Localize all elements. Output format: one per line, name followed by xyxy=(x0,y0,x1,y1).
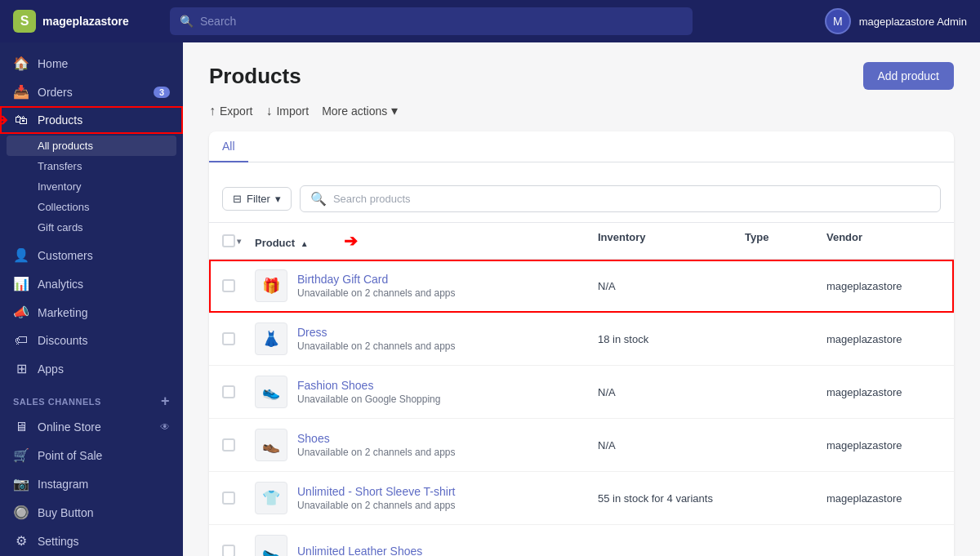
orders-icon: 📥 xyxy=(13,84,29,100)
products-icon: 🛍 xyxy=(13,113,29,127)
product-thumbnail: 🥿 xyxy=(255,535,287,556)
inventory-cell: 18 in stock xyxy=(598,333,745,345)
add-product-button[interactable]: Add product xyxy=(863,62,955,90)
sidebar-item-customers[interactable]: 👤 Customers xyxy=(0,241,183,269)
row-checkbox[interactable] xyxy=(222,545,255,556)
sidebar-item-orders[interactable]: 📥 Orders 3 xyxy=(0,78,183,106)
sidebar-item-apps[interactable]: ⊞ Apps xyxy=(0,354,183,383)
vendor-cell: mageplazastore xyxy=(826,333,941,345)
avatar: M xyxy=(825,8,851,34)
sidebar-item-label: Customers xyxy=(38,249,93,262)
user-menu[interactable]: M mageplazastore Admin xyxy=(825,8,967,34)
inventory-cell: N/A xyxy=(598,386,745,398)
sidebar-item-settings[interactable]: ⚙ Settings xyxy=(0,527,183,555)
submenu-item-all-products[interactable]: All products xyxy=(7,136,176,156)
product-info: Unlimited - Short Sleeve T-shirt Unavail… xyxy=(297,485,455,511)
vendor-column-header: Vendor xyxy=(826,231,941,251)
table-row[interactable]: 👟 Fashion Shoes Unavailable on Google Sh… xyxy=(209,366,954,419)
table-row[interactable]: 🥿 Unlimited Leather Shoes xyxy=(209,525,954,556)
global-search-bar[interactable]: 🔍 xyxy=(170,7,693,35)
submenu-item-collections[interactable]: Collections xyxy=(0,197,183,217)
sidebar-item-label: Orders xyxy=(38,86,73,99)
row-checkbox[interactable] xyxy=(222,332,255,345)
filter-button[interactable]: ⊟ Filter ▾ xyxy=(222,187,292,211)
table-row[interactable]: 👕 Unlimited - Short Sleeve T-shirt Unava… xyxy=(209,472,954,525)
sidebar-item-label: Apps xyxy=(38,363,64,376)
product-subtitle: Unavailable on Google Shopping xyxy=(297,394,440,405)
checkbox-caret-icon[interactable]: ▾ xyxy=(237,237,241,246)
orders-badge: 3 xyxy=(154,87,170,98)
product-info: Fashion Shoes Unavailable on Google Shop… xyxy=(297,379,440,405)
product-info: Unlimited Leather Shoes xyxy=(297,545,422,556)
table-row[interactable]: 👗 Dress Unavailable on 2 channels and ap… xyxy=(209,313,954,366)
store-name: mageplazastore xyxy=(42,15,129,28)
import-button[interactable]: ↓ Import xyxy=(265,104,309,118)
export-button[interactable]: ↑ Export xyxy=(209,104,252,118)
sidebar-item-instagram[interactable]: 📷 Instagram xyxy=(0,469,183,498)
product-info: Shoes Unavailable on 2 channels and apps xyxy=(297,432,455,458)
product-name[interactable]: Unlimited Leather Shoes xyxy=(297,545,422,556)
submenu-item-inventory[interactable]: Inventory xyxy=(0,176,183,197)
select-all-checkbox[interactable]: ▾ xyxy=(222,231,255,251)
product-name[interactable]: Unlimited - Short Sleeve T-shirt xyxy=(297,485,455,498)
product-name[interactable]: Fashion Shoes xyxy=(297,379,440,392)
product-column-header[interactable]: Product ▲ ➔ xyxy=(255,231,598,251)
product-name[interactable]: Shoes xyxy=(297,432,455,445)
sidebar-item-products[interactable]: ➔ 🛍 Products xyxy=(0,106,183,134)
more-actions-button[interactable]: More actions ▾ xyxy=(322,103,398,118)
checkbox[interactable] xyxy=(222,279,235,292)
submenu-item-gift-cards[interactable]: Gift cards xyxy=(0,217,183,238)
checkbox[interactable] xyxy=(222,332,235,345)
products-list: 🎁 Birthday Gift Card Unavailable on 2 ch… xyxy=(209,260,954,556)
toolbar: ↑ Export ↓ Import More actions ▾ xyxy=(209,103,954,118)
product-name[interactable]: Dress xyxy=(297,326,455,339)
row-checkbox[interactable] xyxy=(222,492,255,505)
brand-logo[interactable]: S mageplazastore xyxy=(13,10,160,33)
search-products-bar[interactable]: 🔍 xyxy=(300,185,941,212)
tab-all[interactable]: All xyxy=(209,131,248,162)
analytics-icon: 📊 xyxy=(13,276,29,291)
checkbox[interactable] xyxy=(222,438,235,451)
row-checkbox[interactable] xyxy=(222,438,255,451)
product-name[interactable]: Birthday Gift Card xyxy=(297,273,455,286)
checkbox[interactable] xyxy=(222,385,235,398)
table-header: ▾ Product ▲ ➔ Inventory Type Vendor xyxy=(209,223,954,260)
sidebar-item-discounts[interactable]: 🏷 Discounts xyxy=(0,327,183,354)
settings-icon: ⚙ xyxy=(13,533,29,549)
pos-icon: 🛒 xyxy=(13,447,29,463)
vendor-cell: mageplazastore xyxy=(826,492,941,505)
sidebar-item-label: Settings xyxy=(38,535,79,548)
search-input[interactable] xyxy=(200,15,683,28)
checkbox[interactable] xyxy=(222,234,235,247)
checkbox[interactable] xyxy=(222,492,235,505)
import-label: Import xyxy=(276,105,309,118)
top-navigation: S mageplazastore 🔍 M mageplazastore Admi… xyxy=(0,0,980,42)
add-channel-button[interactable]: + xyxy=(161,393,170,410)
sidebar-item-online-store[interactable]: 🖥 Online Store 👁 xyxy=(0,413,183,441)
vendor-cell: mageplazastore xyxy=(826,280,941,292)
product-subtitle: Unavailable on 2 channels and apps xyxy=(297,447,455,458)
sidebar-item-analytics[interactable]: 📊 Analytics xyxy=(0,269,183,298)
discounts-icon: 🏷 xyxy=(13,333,29,348)
sidebar-item-point-of-sale[interactable]: 🛒 Point of Sale xyxy=(0,441,183,469)
products-card: All ⊟ Filter ▾ 🔍 ▾ xyxy=(209,131,954,556)
search-products-input[interactable] xyxy=(333,193,930,205)
submenu-item-transfers[interactable]: Transfers xyxy=(0,156,183,176)
checkbox[interactable] xyxy=(222,545,235,556)
product-info: Dress Unavailable on 2 channels and apps xyxy=(297,326,455,352)
sidebar-item-marketing[interactable]: 📣 Marketing xyxy=(0,298,183,327)
import-icon: ↓ xyxy=(265,104,272,118)
row-checkbox[interactable] xyxy=(222,385,255,398)
row-checkbox[interactable] xyxy=(222,279,255,292)
sidebar-item-label: Analytics xyxy=(38,278,83,291)
instagram-icon: 📷 xyxy=(13,476,29,492)
product-cell: 👟 Fashion Shoes Unavailable on Google Sh… xyxy=(255,376,598,408)
sidebar-item-home[interactable]: 🏠 Home xyxy=(0,49,183,78)
vendor-cell: mageplazastore xyxy=(826,386,941,398)
table-row[interactable]: 👞 Shoes Unavailable on 2 channels and ap… xyxy=(209,419,954,472)
export-label: Export xyxy=(220,105,252,118)
table-row[interactable]: 🎁 Birthday Gift Card Unavailable on 2 ch… xyxy=(209,260,954,313)
sidebar-item-buy-button[interactable]: 🔘 Buy Button xyxy=(0,498,183,527)
product-thumbnail: 🎁 xyxy=(255,269,287,302)
eye-icon: 👁 xyxy=(160,421,170,433)
